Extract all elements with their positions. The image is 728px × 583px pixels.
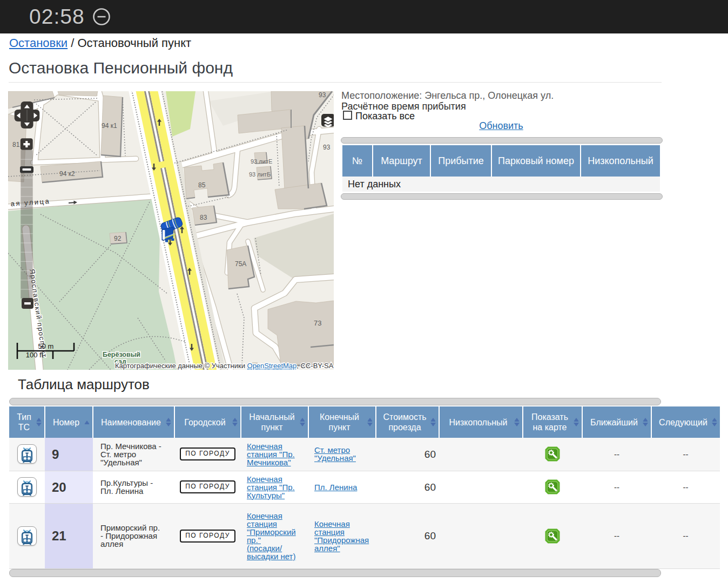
svg-text:50 m: 50 m [38,342,54,350]
svg-text:Картографические данные © Учас: Картографические данные © Участники Open… [115,362,334,370]
svg-text:94 к1: 94 к1 [102,122,117,130]
svg-text:81: 81 [12,141,20,148]
svg-text:83: 83 [200,214,207,221]
svg-text:Берёзовый: Берёзовый [103,351,140,358]
svg-text:93: 93 [323,144,331,151]
svg-text:93 литЕ: 93 литЕ [251,158,272,165]
svg-text:93 литБ: 93 литБ [249,171,271,178]
svg-text:94 к2: 94 к2 [59,170,75,178]
svg-text:85: 85 [198,181,206,189]
svg-text:92: 92 [114,235,122,242]
svg-text:75А: 75А [235,260,246,268]
svg-text:73: 73 [314,319,321,327]
svg-text:93: 93 [319,91,326,99]
svg-text:100 ft: 100 ft [26,351,44,359]
